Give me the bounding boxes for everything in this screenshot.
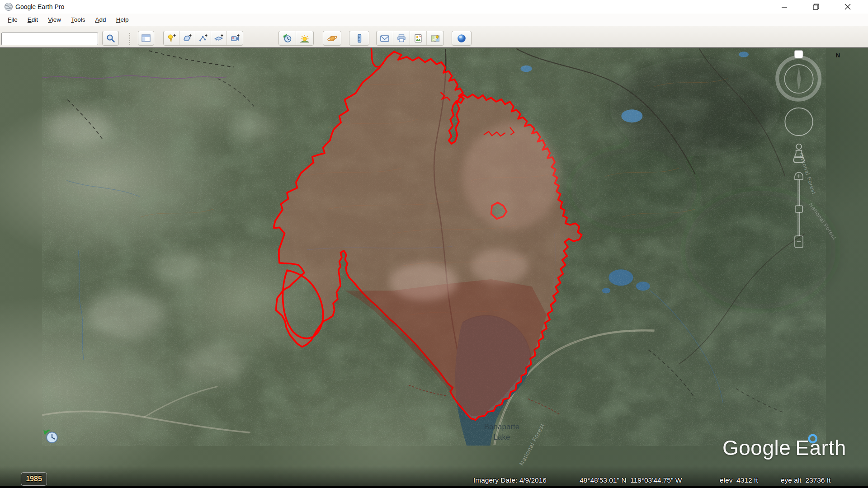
add-polygon-icon bbox=[182, 34, 192, 43]
google-earth-logo-icon bbox=[4, 2, 13, 11]
menu-add[interactable]: Add bbox=[90, 14, 111, 25]
minimize-button[interactable] bbox=[774, 0, 795, 14]
save-image-button[interactable] bbox=[410, 31, 427, 45]
earth-web-button[interactable] bbox=[452, 31, 472, 46]
output-tools-group bbox=[376, 31, 444, 46]
menu-help[interactable]: Help bbox=[111, 14, 134, 25]
menu-tools[interactable]: Tools bbox=[66, 14, 90, 25]
close-button[interactable] bbox=[837, 0, 858, 14]
elevation-text: elev 4312 ft bbox=[720, 476, 758, 484]
ruler-button[interactable] bbox=[349, 31, 369, 46]
window-title: Google Earth Pro bbox=[15, 3, 64, 10]
title-bar: Google Earth Pro bbox=[0, 0, 868, 14]
view-in-maps-icon bbox=[430, 34, 440, 43]
google-earth-watermark: GoogleEarth bbox=[722, 436, 846, 460]
map-canvas[interactable]: N BonaparteLake National Forest National… bbox=[0, 47, 868, 488]
add-image-overlay-icon bbox=[214, 34, 224, 43]
toolbar-separator bbox=[129, 33, 130, 45]
save-image-icon bbox=[413, 34, 423, 43]
sunlight-button[interactable] bbox=[296, 31, 313, 45]
planets-icon bbox=[327, 34, 338, 43]
map-graphics bbox=[0, 48, 868, 488]
menu-edit[interactable]: Edit bbox=[23, 14, 43, 25]
record-tour-button[interactable] bbox=[227, 31, 243, 45]
historical-imagery-button[interactable] bbox=[279, 31, 296, 45]
add-placemark-button[interactable] bbox=[164, 31, 179, 45]
add-polygon-button[interactable] bbox=[179, 31, 195, 45]
north-badge-label: N bbox=[833, 51, 843, 60]
toolbar bbox=[0, 26, 868, 47]
window-bottom-edge bbox=[0, 486, 868, 488]
search-button[interactable] bbox=[102, 31, 119, 46]
menu-file[interactable]: File bbox=[3, 14, 23, 25]
record-tour-icon bbox=[230, 34, 240, 43]
sidebar-toggle-icon bbox=[141, 34, 151, 42]
add-placemark-icon bbox=[166, 34, 176, 43]
google-earth-window: Google Earth Pro File Edit View Tools Ad… bbox=[0, 0, 868, 488]
historical-year-badge[interactable]: 1985 bbox=[21, 472, 47, 486]
print-icon bbox=[396, 34, 406, 43]
north-badge[interactable] bbox=[794, 50, 803, 58]
sidebar-toggle-button[interactable] bbox=[138, 31, 154, 46]
restore-button[interactable] bbox=[806, 0, 826, 14]
imagery-date-text: Imagery Date: 4/9/2016 bbox=[473, 476, 547, 484]
time-light-group bbox=[278, 31, 314, 46]
add-path-icon bbox=[198, 34, 208, 43]
email-icon bbox=[380, 34, 390, 42]
sunlight-icon bbox=[300, 34, 310, 43]
planets-button[interactable] bbox=[323, 31, 341, 46]
coordinates-text: 48°48'53.01" N 119°03'44.75" W bbox=[580, 476, 682, 484]
search-input[interactable] bbox=[1, 33, 98, 45]
add-image-overlay-button[interactable] bbox=[211, 31, 227, 45]
menu-bar: File Edit View Tools Add Help bbox=[0, 14, 868, 26]
view-in-maps-button[interactable] bbox=[427, 31, 443, 45]
create-tools-group bbox=[163, 31, 243, 46]
search-icon bbox=[106, 34, 116, 43]
historical-imagery-icon bbox=[283, 34, 292, 43]
print-button[interactable] bbox=[393, 31, 410, 45]
eye-altitude-text: eye alt 23736 ft bbox=[781, 476, 830, 484]
lake-name-label: BonaparteLake bbox=[472, 422, 531, 443]
email-button[interactable] bbox=[377, 31, 393, 45]
add-path-button[interactable] bbox=[195, 31, 211, 45]
menu-view[interactable]: View bbox=[43, 14, 66, 25]
earth-web-icon bbox=[456, 33, 467, 43]
ruler-icon bbox=[355, 34, 364, 43]
